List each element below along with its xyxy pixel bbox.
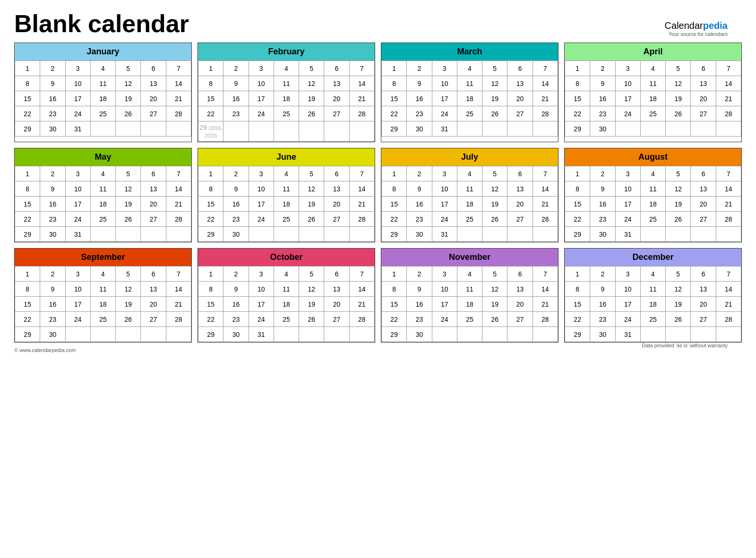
month-block-december: December12345678910111213141516171819202… xyxy=(564,248,742,343)
day-cell: 10 xyxy=(249,76,274,91)
day-cell: 5 xyxy=(666,266,691,282)
day-cell: 2 xyxy=(40,266,65,282)
day-cell: 26 xyxy=(482,212,507,227)
day-cell: 30 xyxy=(40,227,65,242)
day-cell xyxy=(666,121,691,137)
day-cell: 19 xyxy=(116,91,141,106)
day-cell: 26 xyxy=(299,212,324,227)
day-cell xyxy=(349,227,374,242)
page-title: Blank calendar xyxy=(14,9,742,38)
day-cell: 6 xyxy=(507,266,533,282)
day-cell: 13 xyxy=(507,181,533,197)
day-cell: 26 xyxy=(299,106,324,121)
day-cell: 20 xyxy=(691,197,716,212)
day-cell: 27 xyxy=(507,312,533,327)
month-block-june: June123456789101112131415161718192021222… xyxy=(198,148,375,242)
table-row: 1234567 xyxy=(382,166,558,181)
day-cell: 26 xyxy=(482,106,507,121)
day-cell: 29 xyxy=(382,327,407,342)
day-cell: 15 xyxy=(198,197,223,212)
day-cell: 15 xyxy=(15,297,40,312)
day-cell xyxy=(141,121,166,137)
day-cell: 28 xyxy=(349,312,374,327)
day-cell: 8 xyxy=(565,282,590,297)
day-cell: 11 xyxy=(640,76,665,91)
table-row: 1234567 xyxy=(565,166,741,181)
day-cell: 25 xyxy=(640,106,665,121)
day-cell: 15 xyxy=(15,197,40,212)
table-row: 22232425262728 xyxy=(198,212,375,227)
day-cell: 1 xyxy=(382,166,407,181)
day-cell: 5 xyxy=(482,61,507,76)
day-cell: 11 xyxy=(457,181,482,197)
day-cell xyxy=(716,327,741,342)
day-cell xyxy=(691,121,716,137)
day-cell: 14 xyxy=(349,181,374,197)
day-cell: 13 xyxy=(324,282,349,297)
day-cell: 21 xyxy=(349,197,374,212)
month-block-february: February12345678910111213141516171819202… xyxy=(198,43,375,142)
day-cell: 21 xyxy=(166,197,191,212)
table-row: 1234567 xyxy=(198,266,375,282)
day-cell: 9 xyxy=(223,282,249,297)
day-cell: 15 xyxy=(198,91,223,106)
day-cell: 22 xyxy=(565,312,590,327)
month-table-february: 1234567891011121314151617181920212223242… xyxy=(198,60,375,142)
day-cell: 9 xyxy=(40,181,65,197)
day-cell: 28 xyxy=(716,212,741,227)
day-cell xyxy=(507,327,533,342)
table-row: 2930 xyxy=(15,327,191,342)
day-cell: 2 xyxy=(407,166,432,181)
day-cell: 11 xyxy=(274,181,299,197)
day-cell: 17 xyxy=(249,297,274,312)
day-cell: 10 xyxy=(615,181,640,197)
month-table-august: 1234567891011121314151617181920212223242… xyxy=(565,166,741,242)
day-cell: 20 xyxy=(141,91,166,106)
day-cell: 27 xyxy=(324,312,349,327)
day-cell: 30 xyxy=(223,327,249,342)
day-cell: 16 xyxy=(590,91,615,106)
day-cell: 6 xyxy=(141,61,166,76)
day-cell: 4 xyxy=(640,166,665,181)
day-cell: 8 xyxy=(382,76,407,91)
day-cell: 25 xyxy=(457,212,482,227)
day-cell: 2 xyxy=(590,61,615,76)
day-cell xyxy=(507,121,533,137)
month-header-june: June xyxy=(198,148,375,166)
day-cell: 10 xyxy=(65,282,90,297)
day-cell: 14 xyxy=(166,282,191,297)
day-cell: 13 xyxy=(507,76,533,91)
day-cell: 9 xyxy=(40,76,65,91)
day-cell: 30 xyxy=(407,227,432,242)
day-cell xyxy=(640,227,665,242)
day-cell: 24 xyxy=(249,312,274,327)
day-cell: 3 xyxy=(432,166,457,181)
table-row: 15161718192021 xyxy=(382,197,558,212)
day-cell: 7 xyxy=(533,61,558,76)
month-header-august: August xyxy=(565,148,741,166)
day-cell: 1 xyxy=(382,266,407,282)
day-cell: 15 xyxy=(382,91,407,106)
day-cell: 15 xyxy=(198,297,223,312)
day-cell: 1 xyxy=(15,266,40,282)
table-row: 1234567 xyxy=(382,61,558,76)
day-cell: 19 xyxy=(299,91,324,106)
day-cell: 7 xyxy=(533,266,558,282)
logo: Calendarpedia Your source for calendars xyxy=(665,20,728,37)
day-cell: 9 xyxy=(407,181,432,197)
day-cell: 28 xyxy=(716,106,741,121)
day-cell: 27 xyxy=(691,312,716,327)
day-cell: 25 xyxy=(90,312,115,327)
day-cell: 17 xyxy=(432,197,457,212)
day-cell: 16 xyxy=(40,197,65,212)
day-cell: 8 xyxy=(382,282,407,297)
day-cell: 4 xyxy=(457,166,482,181)
day-cell: 2 xyxy=(223,266,249,282)
day-cell: 22 xyxy=(15,212,40,227)
day-cell: 22 xyxy=(382,106,407,121)
day-cell: 16 xyxy=(407,91,432,106)
day-cell: 22 xyxy=(198,106,223,121)
day-cell: 4 xyxy=(457,61,482,76)
table-row: 2930 xyxy=(382,327,558,342)
day-cell: 20 xyxy=(141,297,166,312)
